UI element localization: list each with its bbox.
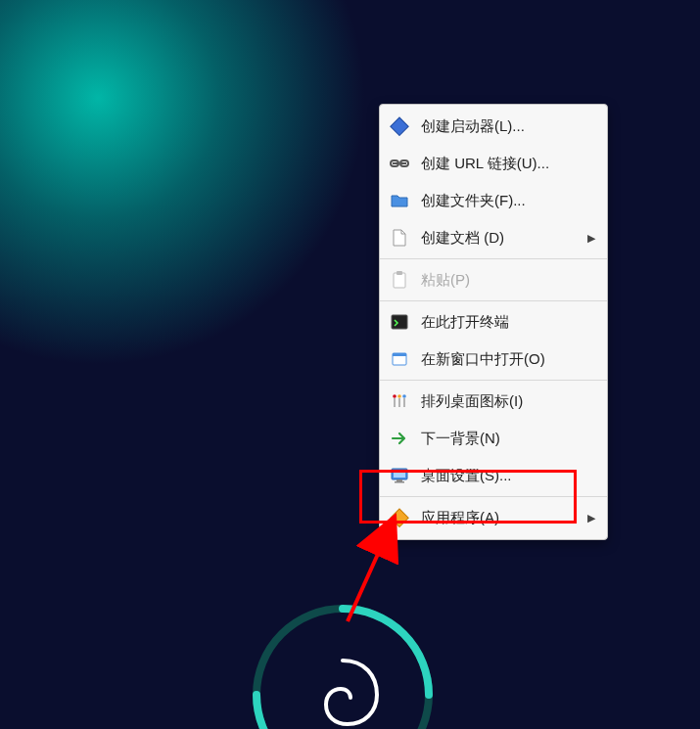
link-chain-icon [390,154,409,173]
menu-item-label: 在此打开终端 [421,313,595,332]
menu-item-label: 排列桌面图标(I) [421,392,595,411]
menu-item-applications[interactable]: 应用程序(A)▶ [380,499,607,536]
menu-item-create-document[interactable]: 创建文档 (D)▶ [380,219,607,256]
svg-rect-1 [391,117,408,135]
folder-blue-icon [390,191,409,210]
menu-item-create-url-link[interactable]: 创建 URL 链接(U)... [380,145,607,182]
submenu-arrow-icon: ▶ [587,232,595,245]
menu-item-label: 创建 URL 链接(U)... [421,155,595,173]
svg-rect-16 [391,509,408,526]
menu-item-create-folder[interactable]: 创建文件夹(F)... [380,182,607,219]
svg-rect-8 [393,353,406,356]
document-blank-icon [390,228,409,248]
menu-item-label: 创建文档 (D) [421,229,576,248]
desktop-context-menu: 创建启动器(L)...创建 URL 链接(U)...创建文件夹(F)...创建文… [379,104,608,540]
svg-point-10 [397,394,401,398]
arrow-next-icon [390,429,409,448]
svg-rect-15 [395,481,404,483]
menu-separator [380,300,607,301]
svg-rect-13 [394,471,405,478]
menu-separator [380,380,607,381]
svg-point-11 [402,394,406,398]
menu-item-label: 创建文件夹(F)... [421,192,595,210]
menu-item-arrange-icons[interactable]: 排列桌面图标(I) [380,383,607,420]
menu-item-paste: 粘贴(P) [380,261,607,298]
menu-item-label: 粘贴(P) [421,271,595,290]
svg-rect-5 [397,271,402,275]
diamond-orange-icon [390,508,409,527]
menu-item-label: 下一背景(N) [421,430,595,448]
menu-item-label: 创建启动器(L)... [421,117,595,136]
window-open-icon [390,349,409,369]
diamond-blue-icon [390,116,409,136]
menu-separator [380,496,607,497]
submenu-arrow-icon: ▶ [587,512,595,524]
svg-rect-6 [392,315,407,329]
debian-logo [245,597,441,729]
menu-item-label: 在新窗口中打开(O) [421,350,595,369]
background-gradient [0,0,441,440]
terminal-icon [390,312,409,332]
sort-pins-icon [390,391,409,411]
monitor-icon [390,466,409,485]
menu-item-create-launcher[interactable]: 创建启动器(L)... [380,108,607,145]
menu-item-open-terminal[interactable]: 在此打开终端 [380,303,607,341]
menu-item-label: 应用程序(A) [421,509,576,527]
menu-item-open-in-new-win[interactable]: 在新窗口中打开(O) [380,341,607,378]
svg-point-9 [393,394,397,398]
clipboard-icon [390,270,409,290]
svg-rect-14 [397,479,402,481]
menu-item-label: 桌面设置(S)... [421,467,595,485]
menu-item-desktop-settings[interactable]: 桌面设置(S)... [380,457,607,494]
svg-rect-4 [394,273,405,288]
menu-separator [380,258,607,259]
menu-item-next-background[interactable]: 下一背景(N) [380,420,607,457]
